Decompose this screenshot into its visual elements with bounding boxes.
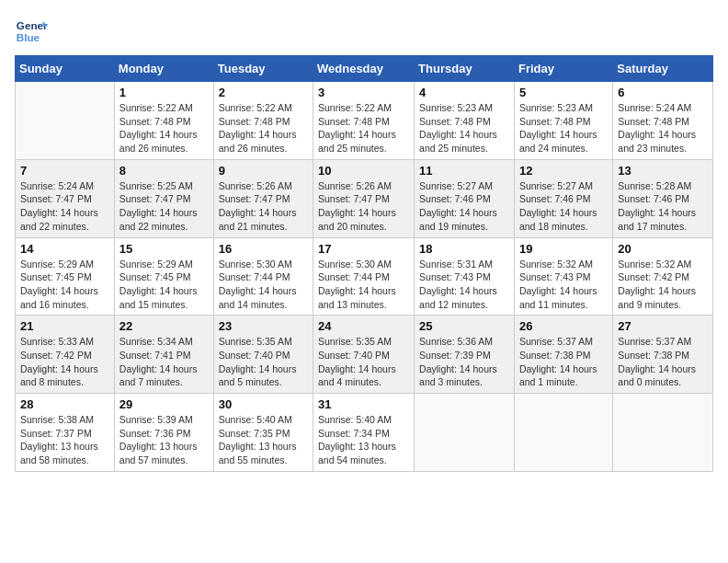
day-info: Sunrise: 5:30 AM Sunset: 7:44 PM Dayligh…: [219, 258, 308, 312]
day-info: Sunrise: 5:26 AM Sunset: 7:47 PM Dayligh…: [318, 179, 409, 234]
day-number: 20: [618, 242, 708, 256]
day-number: 1: [119, 86, 209, 99]
day-number: 19: [519, 242, 608, 256]
day-number: 30: [219, 397, 308, 411]
day-info: Sunrise: 5:34 AM Sunset: 7:41 PM Dayligh…: [119, 335, 209, 389]
svg-text:Blue: Blue: [17, 31, 40, 43]
day-info: Sunrise: 5:40 AM Sunset: 7:35 PM Dayligh…: [219, 413, 308, 467]
col-header-friday: Friday: [514, 56, 612, 82]
day-number: 29: [119, 397, 209, 411]
calendar-cell: [16, 82, 115, 160]
calendar-cell: [415, 394, 515, 472]
day-info: Sunrise: 5:25 AM Sunset: 7:47 PM Dayligh…: [119, 179, 209, 234]
calendar-cell: 20Sunrise: 5:32 AM Sunset: 7:42 PM Dayli…: [613, 237, 713, 316]
day-info: Sunrise: 5:28 AM Sunset: 7:46 PM Dayligh…: [618, 179, 708, 234]
day-number: 6: [618, 86, 708, 99]
calendar-cell: 13Sunrise: 5:28 AM Sunset: 7:46 PM Dayli…: [613, 159, 713, 237]
calendar-cell: 15Sunrise: 5:29 AM Sunset: 7:45 PM Dayli…: [114, 237, 213, 316]
col-header-sunday: Sunday: [16, 56, 115, 82]
calendar-cell: 1Sunrise: 5:22 AM Sunset: 7:48 PM Daylig…: [114, 82, 213, 160]
logo: General Blue: [15, 15, 48, 48]
day-info: Sunrise: 5:23 AM Sunset: 7:48 PM Dayligh…: [519, 101, 608, 155]
calendar-cell: 28Sunrise: 5:38 AM Sunset: 7:37 PM Dayli…: [16, 394, 115, 472]
calendar-cell: 30Sunrise: 5:40 AM Sunset: 7:35 PM Dayli…: [213, 394, 313, 472]
day-info: Sunrise: 5:27 AM Sunset: 7:46 PM Dayligh…: [419, 179, 509, 234]
calendar-cell: 22Sunrise: 5:34 AM Sunset: 7:41 PM Dayli…: [114, 316, 213, 394]
calendar-cell: 4Sunrise: 5:23 AM Sunset: 7:48 PM Daylig…: [415, 82, 515, 160]
day-info: Sunrise: 5:29 AM Sunset: 7:45 PM Dayligh…: [119, 258, 209, 312]
calendar-cell: 21Sunrise: 5:33 AM Sunset: 7:42 PM Dayli…: [16, 316, 115, 394]
calendar-cell: 29Sunrise: 5:39 AM Sunset: 7:36 PM Dayli…: [114, 394, 213, 472]
col-header-thursday: Thursday: [415, 56, 515, 82]
calendar-week-row: 14Sunrise: 5:29 AM Sunset: 7:45 PM Dayli…: [16, 237, 713, 316]
logo-icon: General Blue: [15, 15, 48, 48]
calendar-cell: 27Sunrise: 5:37 AM Sunset: 7:38 PM Dayli…: [613, 316, 713, 394]
day-info: Sunrise: 5:22 AM Sunset: 7:48 PM Dayligh…: [318, 101, 409, 155]
day-info: Sunrise: 5:24 AM Sunset: 7:48 PM Dayligh…: [618, 101, 708, 155]
day-number: 9: [219, 164, 308, 178]
calendar-cell: 9Sunrise: 5:26 AM Sunset: 7:47 PM Daylig…: [213, 159, 313, 237]
day-info: Sunrise: 5:24 AM Sunset: 7:47 PM Dayligh…: [20, 179, 109, 234]
day-info: Sunrise: 5:32 AM Sunset: 7:43 PM Dayligh…: [519, 258, 608, 312]
calendar-week-row: 7Sunrise: 5:24 AM Sunset: 7:47 PM Daylig…: [16, 159, 713, 237]
calendar-cell: 16Sunrise: 5:30 AM Sunset: 7:44 PM Dayli…: [213, 237, 313, 316]
day-number: 28: [20, 397, 109, 411]
col-header-tuesday: Tuesday: [213, 56, 313, 82]
calendar-cell: 10Sunrise: 5:26 AM Sunset: 7:47 PM Dayli…: [313, 159, 415, 237]
calendar-header-row: SundayMondayTuesdayWednesdayThursdayFrid…: [16, 56, 713, 82]
day-info: Sunrise: 5:27 AM Sunset: 7:46 PM Dayligh…: [519, 179, 608, 234]
calendar-table: SundayMondayTuesdayWednesdayThursdayFrid…: [15, 55, 713, 472]
day-info: Sunrise: 5:39 AM Sunset: 7:36 PM Dayligh…: [119, 413, 209, 467]
calendar-cell: 19Sunrise: 5:32 AM Sunset: 7:43 PM Dayli…: [514, 237, 612, 316]
day-info: Sunrise: 5:36 AM Sunset: 7:39 PM Dayligh…: [419, 335, 509, 389]
day-number: 3: [318, 86, 409, 99]
day-info: Sunrise: 5:26 AM Sunset: 7:47 PM Dayligh…: [219, 179, 308, 234]
day-info: Sunrise: 5:37 AM Sunset: 7:38 PM Dayligh…: [519, 335, 608, 389]
day-number: 31: [318, 397, 409, 411]
calendar-cell: 7Sunrise: 5:24 AM Sunset: 7:47 PM Daylig…: [16, 159, 115, 237]
day-info: Sunrise: 5:35 AM Sunset: 7:40 PM Dayligh…: [219, 335, 308, 389]
page-header: General Blue: [15, 15, 713, 48]
day-info: Sunrise: 5:35 AM Sunset: 7:40 PM Dayligh…: [318, 335, 409, 389]
day-info: Sunrise: 5:40 AM Sunset: 7:34 PM Dayligh…: [318, 413, 409, 467]
day-number: 5: [519, 86, 608, 99]
calendar-cell: 12Sunrise: 5:27 AM Sunset: 7:46 PM Dayli…: [514, 159, 612, 237]
day-number: 24: [318, 319, 409, 333]
calendar-week-row: 21Sunrise: 5:33 AM Sunset: 7:42 PM Dayli…: [16, 316, 713, 394]
day-number: 13: [618, 164, 708, 178]
col-header-wednesday: Wednesday: [313, 56, 415, 82]
day-number: 10: [318, 164, 409, 178]
calendar-cell: [613, 394, 713, 472]
calendar-cell: 11Sunrise: 5:27 AM Sunset: 7:46 PM Dayli…: [415, 159, 515, 237]
day-number: 27: [618, 319, 708, 333]
day-number: 2: [219, 86, 308, 99]
calendar-cell: 18Sunrise: 5:31 AM Sunset: 7:43 PM Dayli…: [415, 237, 515, 316]
calendar-cell: 24Sunrise: 5:35 AM Sunset: 7:40 PM Dayli…: [313, 316, 415, 394]
day-number: 11: [419, 164, 509, 178]
calendar-cell: 2Sunrise: 5:22 AM Sunset: 7:48 PM Daylig…: [213, 82, 313, 160]
day-number: 7: [20, 164, 109, 178]
day-info: Sunrise: 5:29 AM Sunset: 7:45 PM Dayligh…: [20, 258, 109, 312]
calendar-cell: 26Sunrise: 5:37 AM Sunset: 7:38 PM Dayli…: [514, 316, 612, 394]
day-info: Sunrise: 5:33 AM Sunset: 7:42 PM Dayligh…: [20, 335, 109, 389]
day-info: Sunrise: 5:37 AM Sunset: 7:38 PM Dayligh…: [618, 335, 708, 389]
col-header-saturday: Saturday: [613, 56, 713, 82]
day-number: 15: [119, 242, 209, 256]
day-info: Sunrise: 5:38 AM Sunset: 7:37 PM Dayligh…: [20, 413, 109, 467]
day-number: 22: [119, 319, 209, 333]
col-header-monday: Monday: [114, 56, 213, 82]
calendar-cell: 23Sunrise: 5:35 AM Sunset: 7:40 PM Dayli…: [213, 316, 313, 394]
day-number: 16: [219, 242, 308, 256]
calendar-cell: [514, 394, 612, 472]
day-number: 14: [20, 242, 109, 256]
calendar-week-row: 28Sunrise: 5:38 AM Sunset: 7:37 PM Dayli…: [16, 394, 713, 472]
day-number: 8: [119, 164, 209, 178]
calendar-cell: 5Sunrise: 5:23 AM Sunset: 7:48 PM Daylig…: [514, 82, 612, 160]
day-number: 12: [519, 164, 608, 178]
calendar-cell: 25Sunrise: 5:36 AM Sunset: 7:39 PM Dayli…: [415, 316, 515, 394]
day-number: 21: [20, 319, 109, 333]
day-number: 25: [419, 319, 509, 333]
calendar-cell: 17Sunrise: 5:30 AM Sunset: 7:44 PM Dayli…: [313, 237, 415, 316]
day-info: Sunrise: 5:22 AM Sunset: 7:48 PM Dayligh…: [119, 101, 209, 155]
day-number: 4: [419, 86, 509, 99]
